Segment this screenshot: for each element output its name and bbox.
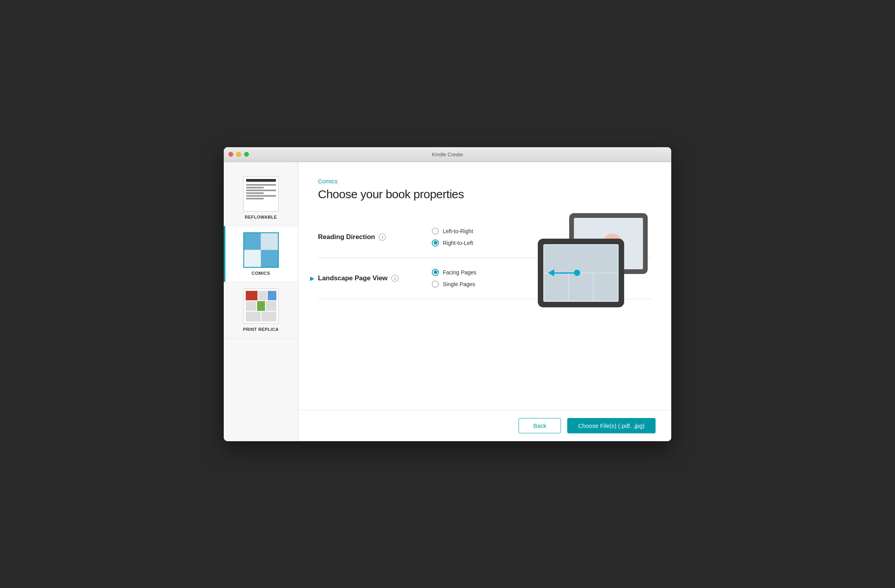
reading-direction-choices: Left-to-Right Right-to-Left — [432, 228, 473, 247]
app-window: Kindle Create REFLOWABLE — [224, 147, 671, 441]
print-replica-thumbnail — [243, 289, 279, 324]
arrow-head-front — [548, 269, 554, 276]
reading-direction-rtl-label: Right-to-Left — [443, 240, 473, 246]
traffic-lights — [228, 152, 249, 157]
landscape-info-icon[interactable]: i — [391, 275, 398, 282]
facing-pages-radio[interactable] — [432, 269, 439, 276]
print-block-gray-2 — [246, 301, 256, 311]
single-pages-radio[interactable] — [432, 281, 439, 288]
reading-direction-ltr-option[interactable]: Left-to-Right — [432, 228, 473, 235]
tablet-illustration — [538, 213, 648, 307]
sidebar-comics-label: COMICS — [252, 271, 270, 276]
comics-cell-3 — [244, 250, 261, 267]
print-row-1 — [246, 291, 276, 301]
thumb-line-6 — [246, 198, 264, 199]
close-button[interactable] — [228, 152, 233, 157]
facing-pages-label: Facing Pages — [443, 269, 477, 276]
thumb-title-line — [246, 179, 276, 182]
comics-thumbnail — [243, 232, 279, 268]
tf-cell-3 — [594, 274, 617, 301]
print-row-2 — [246, 301, 276, 311]
reading-direction-label: Reading Direction — [318, 233, 375, 241]
reading-direction-rtl-option[interactable]: Right-to-Left — [432, 239, 473, 247]
print-block-gray-1 — [258, 291, 267, 301]
tf-cell-top — [544, 245, 617, 272]
single-pages-label: Single Pages — [443, 281, 475, 287]
reading-direction-ltr-label: Left-to-Right — [443, 228, 473, 234]
arrow-dot-front — [574, 270, 580, 276]
bottom-buttons: Back Choose File(s) (.pdf, .jpg) — [298, 410, 671, 441]
sidebar-print-replica-label: PRINT REPLICA — [243, 327, 279, 332]
arrow-line-front — [554, 272, 574, 274]
app-body: REFLOWABLE COMICS — [224, 162, 671, 441]
landscape-choices: Facing Pages Single Pages — [432, 269, 477, 288]
comics-cell-4 — [261, 250, 278, 267]
sidebar-item-print-replica[interactable]: PRINT REPLICA — [224, 282, 298, 338]
print-block-green — [257, 301, 265, 311]
thumb-line-1 — [246, 184, 276, 186]
thumb-line-4 — [246, 192, 264, 194]
sidebar-item-reflowable[interactable]: REFLOWABLE — [224, 170, 298, 226]
main-content-area: Comics Choose your book properties Readi… — [298, 162, 671, 410]
titlebar: Kindle Create — [224, 147, 671, 162]
window-title: Kindle Create — [432, 152, 463, 157]
comics-cell-1 — [244, 233, 261, 250]
print-block-gray-4 — [246, 312, 261, 321]
reading-direction-info-icon[interactable]: i — [379, 234, 386, 241]
reading-direction-label-group: Reading Direction i — [318, 233, 420, 241]
reading-direction-rtl-radio[interactable] — [432, 239, 439, 247]
comics-grid — [244, 233, 278, 267]
reflowable-thumbnail — [243, 176, 279, 212]
choose-files-button[interactable]: Choose File(s) (.pdf, .jpg) — [567, 418, 656, 433]
print-block-gray-5 — [261, 312, 276, 321]
facing-pages-option[interactable]: Facing Pages — [432, 269, 477, 276]
print-block-gray-3 — [266, 301, 276, 311]
tablets-container — [538, 213, 648, 307]
print-row-3 — [246, 312, 276, 321]
print-block-red — [246, 291, 258, 301]
landscape-label: Landscape Page View — [318, 274, 387, 282]
sidebar-item-comics[interactable]: COMICS — [224, 226, 298, 282]
minimize-button[interactable] — [236, 152, 241, 157]
back-button[interactable]: Back — [519, 418, 561, 433]
main-area: Comics Choose your book properties Readi… — [298, 162, 671, 441]
tf-cell-2 — [569, 274, 593, 301]
single-pages-option[interactable]: Single Pages — [432, 281, 477, 288]
sidebar: REFLOWABLE COMICS — [224, 162, 298, 441]
sidebar-reflowable-label: REFLOWABLE — [245, 215, 277, 219]
tablet-front — [538, 239, 624, 307]
thumb-line-5 — [246, 195, 276, 197]
reading-direction-ltr-radio[interactable] — [432, 228, 439, 235]
arrow-front-group — [548, 269, 580, 276]
landscape-label-group: Landscape Page View i — [318, 274, 420, 282]
tf-cell-1 — [544, 274, 568, 301]
print-block-blue — [268, 291, 276, 301]
thumb-line-2 — [246, 187, 264, 188]
expand-arrow-icon: ▶ — [310, 275, 314, 281]
maximize-button[interactable] — [244, 152, 249, 157]
section-category: Comics — [318, 178, 652, 184]
thumb-line-3 — [246, 190, 276, 191]
comics-cell-2 — [261, 233, 278, 250]
section-title: Choose your book properties — [318, 188, 652, 201]
